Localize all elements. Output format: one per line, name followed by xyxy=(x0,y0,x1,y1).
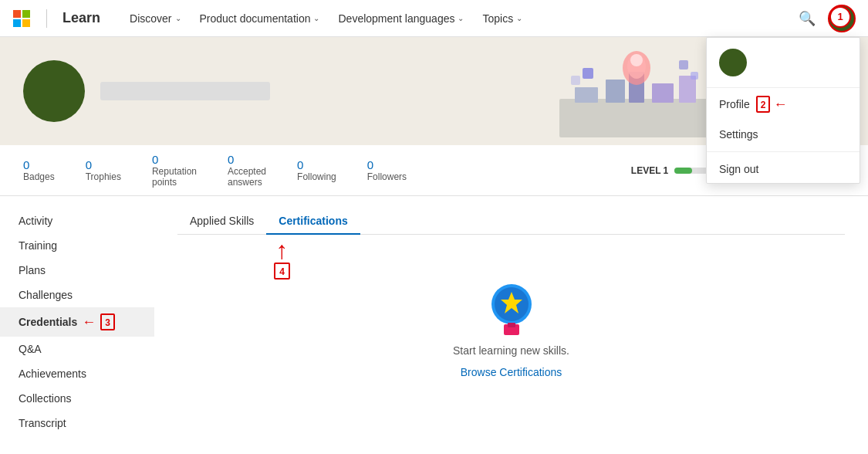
stat-reputation: 0 Reputation points xyxy=(152,153,197,188)
avatar-container: 1 xyxy=(828,5,856,32)
svg-rect-3 xyxy=(22,19,30,27)
hero-name-bar xyxy=(100,82,270,100)
sidebar-item-challenges[interactable]: Challenges xyxy=(0,283,154,307)
cert-badge-icon xyxy=(488,281,535,335)
dropdown-signout-item[interactable]: Sign out xyxy=(707,155,860,183)
svg-rect-5 xyxy=(575,87,598,103)
chevron-down-icon: ⌄ xyxy=(313,14,319,22)
user-dropdown-menu: Profile 2 ← Settings Sign out xyxy=(706,37,860,184)
search-button[interactable]: 🔍 xyxy=(795,7,819,30)
sidebar: Activity Training Plans Challenges Crede… xyxy=(0,196,154,454)
svg-rect-21 xyxy=(508,323,515,327)
nav-right: 🔍 1 xyxy=(795,5,856,32)
svg-rect-13 xyxy=(583,68,593,79)
svg-rect-16 xyxy=(571,76,580,85)
nav-brand: Learn xyxy=(62,10,100,26)
stat-trophies: 0 Trophies xyxy=(86,158,121,182)
browse-certifications-link[interactable]: Browse Certifications xyxy=(461,366,562,378)
main-content: Activity Training Plans Challenges Crede… xyxy=(0,196,868,454)
nav-bar: Learn Discover ⌄ Product documentation ⌄… xyxy=(0,0,868,37)
nav-divider xyxy=(46,9,47,28)
nav-link-discover[interactable]: Discover ⌄ xyxy=(122,9,188,28)
nav-link-product-doc[interactable]: Product documentation ⌄ xyxy=(192,9,328,28)
svg-rect-4 xyxy=(559,99,714,137)
stat-accepted-answers: 0 Accepted answers xyxy=(228,153,266,188)
sidebar-item-collections[interactable]: Collections xyxy=(0,386,154,411)
dropdown-profile-item[interactable]: Profile 2 ← xyxy=(707,88,860,120)
nav-links: Discover ⌄ Product documentation ⌄ Devel… xyxy=(122,9,530,28)
nav-link-topics[interactable]: Topics ⌄ xyxy=(475,9,530,28)
sidebar-item-plans[interactable]: Plans xyxy=(0,258,154,283)
microsoft-logo-icon xyxy=(12,9,31,28)
nav-logo: Learn xyxy=(12,9,116,28)
annotation-1-badge: 1 xyxy=(829,6,851,28)
sidebar-item-credentials[interactable]: Credentials ← 3 xyxy=(0,307,154,337)
svg-rect-1 xyxy=(22,10,30,18)
content-area: Applied Skills Certifications ↑ 4 xyxy=(154,196,868,454)
svg-rect-2 xyxy=(13,19,21,27)
dropdown-separator xyxy=(707,151,860,152)
chevron-down-icon: ⌄ xyxy=(516,14,522,22)
arrow-left-icon: ← xyxy=(773,97,787,113)
tabs-bar: Applied Skills Certifications ↑ 4 xyxy=(177,208,845,235)
chevron-down-icon: ⌄ xyxy=(175,14,181,22)
svg-rect-8 xyxy=(652,83,674,103)
nav-link-dev-lang[interactable]: Development languages ⌄ xyxy=(330,9,471,28)
tab-certifications[interactable]: Certifications ↑ 4 xyxy=(266,208,360,235)
level-progress-fill xyxy=(674,168,691,174)
svg-rect-0 xyxy=(13,10,21,18)
sidebar-item-activity[interactable]: Activity xyxy=(0,208,154,233)
svg-rect-6 xyxy=(606,80,625,103)
svg-rect-15 xyxy=(691,72,698,80)
sidebar-item-achievements[interactable]: Achievements xyxy=(0,361,154,386)
sidebar-item-transcript[interactable]: Transcript xyxy=(0,411,154,435)
tab-applied-skills[interactable]: Applied Skills xyxy=(177,208,266,235)
sidebar-item-qa[interactable]: Q&A xyxy=(0,337,154,361)
annotation-2-badge: 2 xyxy=(756,96,771,113)
dropdown-settings-item[interactable]: Settings xyxy=(707,120,860,148)
svg-point-12 xyxy=(630,54,643,66)
arrow-left-annotation-icon: ← xyxy=(82,314,96,330)
annotation-4-container: ↑ 4 xyxy=(274,238,290,280)
stat-badges: 0 Badges xyxy=(23,158,55,182)
arrow-up-icon: ↑ xyxy=(276,238,289,263)
hero-avatar xyxy=(23,60,85,122)
dropdown-header xyxy=(707,38,860,88)
sidebar-item-training[interactable]: Training xyxy=(0,233,154,258)
svg-rect-9 xyxy=(679,76,696,103)
cert-empty-text: Start learning new skills. xyxy=(453,344,569,357)
stat-following: 0 Following xyxy=(297,158,336,182)
annotation-3-badge: 3 xyxy=(100,313,115,330)
annotation-4-badge: 4 xyxy=(274,263,290,280)
cert-badge-svg xyxy=(488,281,535,335)
stat-followers: 0 Followers xyxy=(367,158,407,182)
dropdown-avatar xyxy=(719,49,747,76)
chevron-down-icon: ⌄ xyxy=(458,14,464,22)
svg-rect-14 xyxy=(679,60,688,69)
